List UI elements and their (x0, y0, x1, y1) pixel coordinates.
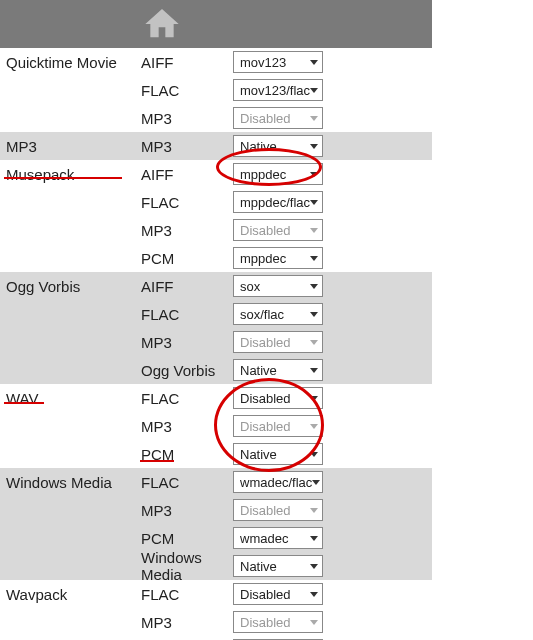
codec-select[interactable]: sox (233, 275, 323, 297)
codec-label: AIFF (141, 166, 233, 183)
codec-select-cell: Disabled (233, 219, 343, 241)
format-label: Ogg Vorbis (0, 278, 141, 295)
annotation-underline-pcm (140, 460, 174, 462)
chevron-down-icon (310, 88, 318, 93)
codec-select[interactable]: mov123/flac (233, 79, 323, 101)
codec-row: MP3Disabled (0, 608, 432, 636)
annotation-underline-wav (4, 402, 44, 404)
chevron-down-icon (310, 340, 318, 345)
codec-select-value: Disabled (240, 503, 291, 518)
codec-select-value: Disabled (240, 111, 291, 126)
chevron-down-icon (310, 116, 318, 121)
codec-label: FLAC (141, 586, 233, 603)
format-label: Windows Media (0, 474, 141, 491)
chevron-down-icon (310, 564, 318, 569)
codec-row: FLACmov123/flac (0, 76, 432, 104)
codec-select[interactable]: Disabled (233, 387, 323, 409)
codec-label: MP3 (141, 418, 233, 435)
codec-row: PCMwmadec (0, 524, 432, 552)
codec-select[interactable]: Disabled (233, 499, 323, 521)
codec-select[interactable]: wmadec/flac (233, 471, 323, 493)
codec-label: FLAC (141, 82, 233, 99)
codec-table: Quicktime MovieAIFFmov123FLACmov123/flac… (0, 48, 432, 640)
codec-select-value: Disabled (240, 615, 291, 630)
codec-select-cell: Disabled (233, 107, 343, 129)
codec-select-cell: mppdec/flac (233, 191, 343, 213)
codec-row: FLACmppdec/flac (0, 188, 432, 216)
codec-select[interactable]: Disabled (233, 331, 323, 353)
codec-select-cell: Disabled (233, 611, 343, 633)
codec-label: FLAC (141, 306, 233, 323)
codec-select[interactable]: sox/flac (233, 303, 323, 325)
home-icon[interactable] (140, 4, 184, 44)
codec-select-value: Disabled (240, 335, 291, 350)
format-group: Quicktime MovieAIFFmov123FLACmov123/flac… (0, 48, 432, 132)
codec-select[interactable]: Native (233, 443, 323, 465)
codec-select-cell: sox/flac (233, 303, 343, 325)
codec-select[interactable]: Disabled (233, 415, 323, 437)
chevron-down-icon (310, 620, 318, 625)
codec-label: Ogg Vorbis (141, 362, 233, 379)
codec-select-cell: sox (233, 275, 343, 297)
codec-select-cell: mov123 (233, 51, 343, 73)
codec-label: MP3 (141, 334, 233, 351)
format-label: Musepack (0, 166, 141, 183)
codec-select-value: Disabled (240, 419, 291, 434)
codec-select[interactable]: Disabled (233, 611, 323, 633)
codec-row: Ogg VorbisNative (0, 356, 432, 384)
codec-select-value: mppdec/flac (240, 195, 310, 210)
codec-row: MP3Disabled (0, 104, 432, 132)
codec-select-value: Native (240, 559, 277, 574)
codec-select[interactable]: wmadec (233, 527, 323, 549)
annotation-underline-mp3 (4, 177, 122, 179)
codec-label: PCM (141, 250, 233, 267)
codec-select-cell: Native (233, 443, 343, 465)
codec-select-value: Native (240, 139, 277, 154)
codec-select-value: mppdec (240, 251, 286, 266)
chevron-down-icon (310, 592, 318, 597)
codec-label: MP3 (141, 614, 233, 631)
codec-label: MP3 (141, 222, 233, 239)
codec-label: MP3 (141, 502, 233, 519)
codec-row: Ogg VorbisAIFFsox (0, 272, 432, 300)
codec-select-cell: Disabled (233, 499, 343, 521)
chevron-down-icon (310, 368, 318, 373)
chevron-down-icon (310, 396, 318, 401)
format-group: Ogg VorbisAIFFsoxFLACsox/flacMP3Disabled… (0, 272, 432, 384)
header-bar (0, 0, 432, 48)
codec-select[interactable]: mppdec (233, 163, 323, 185)
codec-row: MusepackAIFFmppdec (0, 160, 432, 188)
chevron-down-icon (310, 228, 318, 233)
chevron-down-icon (312, 480, 320, 485)
codec-select-cell: mppdec (233, 247, 343, 269)
codec-select-cell: Disabled (233, 583, 343, 605)
format-group: WavpackFLACDisabledMP3DisabledPCMwvunpac… (0, 580, 432, 640)
codec-select-cell: Native (233, 359, 343, 381)
codec-select[interactable]: mov123 (233, 51, 323, 73)
chevron-down-icon (310, 536, 318, 541)
format-group: MP3MP3Native (0, 132, 432, 160)
codec-select-value: mov123/flac (240, 83, 310, 98)
codec-select[interactable]: Disabled (233, 583, 323, 605)
codec-select-cell: Disabled (233, 387, 343, 409)
codec-select[interactable]: Native (233, 135, 323, 157)
codec-select-value: sox/flac (240, 307, 284, 322)
codec-select[interactable]: Disabled (233, 219, 323, 241)
codec-select-value: Native (240, 447, 277, 462)
codec-select[interactable]: Native (233, 359, 323, 381)
codec-label: AIFF (141, 54, 233, 71)
codec-select[interactable]: mppdec/flac (233, 191, 323, 213)
chevron-down-icon (310, 452, 318, 457)
codec-select[interactable]: Disabled (233, 107, 323, 129)
chevron-down-icon (310, 312, 318, 317)
codec-select-value: sox (240, 279, 260, 294)
codec-select[interactable]: mppdec (233, 247, 323, 269)
chevron-down-icon (310, 200, 318, 205)
format-label: Quicktime Movie (0, 54, 141, 71)
codec-select-cell: Disabled (233, 331, 343, 353)
chevron-down-icon (310, 256, 318, 261)
codec-row: MP3MP3Native (0, 132, 432, 160)
codec-select[interactable]: Native (233, 555, 323, 577)
codec-row: MP3Disabled (0, 496, 432, 524)
codec-label: MP3 (141, 138, 233, 155)
